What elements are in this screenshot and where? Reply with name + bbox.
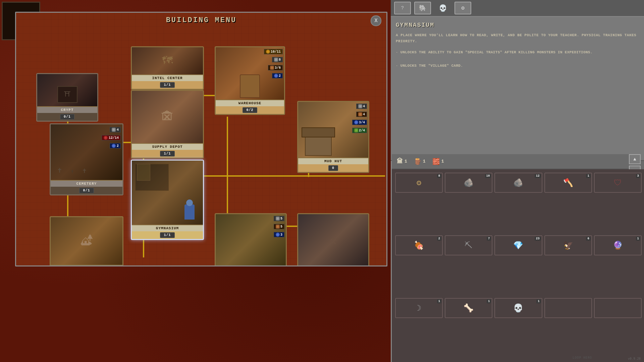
inv-slot-empty-1[interactable] [544, 298, 592, 318]
building-card-crypt[interactable]: ⛩ CRYPT 0/1 [36, 73, 98, 122]
gymnasium-label: GYMNASIUM [132, 225, 203, 231]
farm-res-stone: 5 [274, 216, 284, 221]
tile-icon: 🧱 [432, 158, 440, 165]
inv-icon-13: 💀 [513, 303, 523, 313]
inv-badge-7: 7 [487, 237, 491, 241]
res-wood: 🪵 1 [414, 158, 426, 165]
info-title: GYMNASIUM [396, 22, 639, 28]
inv-icon-7: ⛏ [465, 241, 473, 250]
mudhut-label: MUD HUT [298, 158, 368, 164]
scroll-up-button[interactable]: ▲ [629, 154, 641, 164]
refuge-image: 🏕 [51, 217, 122, 265]
warehouse-counter: 0/2 [243, 107, 257, 113]
building-card-intel[interactable]: 🗺 INTEL CENTER 1/1 [131, 46, 204, 90]
cemetery-counter: 0/1 [79, 188, 94, 193]
warehouse-res-wood: 3/6 [268, 65, 283, 70]
building-card-refuge[interactable]: 🏕 REFUGE [50, 216, 123, 266]
inv-badge-11: 1 [437, 299, 441, 303]
cemetery-res-blood: 12/14 [102, 135, 121, 140]
loop-hero-label: LOOP HERO [573, 356, 592, 359]
settings-button[interactable]: ⚙ [454, 2, 471, 14]
tile-count: 1 [441, 159, 444, 164]
building-card-cemetery[interactable]: 4 12/14 2 ✝ ✝ ✝ CEMETERY 0/1 [50, 123, 123, 195]
cemetery-res-orb: 2 [110, 143, 121, 148]
inv-slot-8[interactable]: 💎 23 [494, 235, 542, 255]
inv-icon-9: 🦅 [563, 241, 573, 250]
info-description: A PLACE WHERE YOU'LL LEARN HOW TO READ, … [396, 33, 639, 44]
wood-count: 1 [423, 159, 426, 164]
connector-gymnasium-mudhut [204, 175, 385, 177]
inv-icon-2: 🪨 [464, 178, 474, 188]
inv-badge-10: 1 [636, 237, 640, 241]
skull-icon: 💀 [434, 2, 451, 14]
inv-slot-10[interactable]: 🔮 1 [594, 235, 642, 255]
inv-slot-12[interactable]: 🦴 1 [445, 298, 492, 318]
inv-slot-13[interactable]: 💀 1 [494, 298, 542, 318]
inv-icon-3: 🪨 [513, 178, 523, 188]
building-card-smelter[interactable]: ⚒ SMELTER [297, 213, 369, 266]
resource-counts: 🏛 1 🪵 1 🧱 1 [392, 154, 633, 169]
supply-image: 🏚 [132, 91, 203, 143]
building-card-mudhut[interactable]: 4 4 3/4 2/4 MUD HUT 0 [297, 101, 369, 173]
inv-badge-13: 1 [536, 299, 541, 303]
inv-slot-11[interactable]: ☽ 1 [395, 298, 443, 318]
inv-slot-empty-2[interactable] [594, 298, 642, 318]
warehouse-res-stone: 8 [272, 57, 283, 62]
connector-gymnasium-farm [143, 237, 144, 257]
smelter-image: ⚒ [298, 214, 368, 266]
wood-icon: 🪵 [414, 158, 421, 165]
menu-title-bar: BUILDING MENU X [16, 13, 386, 28]
inv-slot-3[interactable]: 🪨 12 [494, 173, 542, 193]
building-card-gymnasium[interactable]: GYMNASIUM 1/1 [131, 160, 204, 240]
close-button[interactable]: X [371, 15, 381, 26]
mudhut-counter: 0 [328, 165, 338, 171]
info-bullet-1: · UNLOCKS THE ABILITY TO GAIN "SPECIAL T… [396, 49, 639, 56]
inv-slot-6[interactable]: 🍖 2 [395, 235, 443, 255]
farm-res-orb: 3 [274, 232, 284, 237]
elephant-button[interactable]: 🐘 [414, 2, 431, 14]
crypt-label: CRYPT [37, 106, 97, 113]
inv-slot-5[interactable]: 🛡 3 [594, 173, 642, 193]
inv-slot-9[interactable]: 🦅 6 [544, 235, 592, 255]
mudhut-image: 4 4 3/4 2/4 [298, 102, 368, 158]
building-card-supply[interactable]: 🏚 SUPPLY DEPOT 1/1 [131, 90, 204, 159]
building-count: 1 [405, 159, 407, 164]
warehouse-label: WAREHOUSE [216, 100, 284, 106]
inv-badge-8: 23 [535, 237, 541, 241]
menu-title: BUILDING MENU [166, 16, 237, 24]
warehouse-image: 10/11 8 3/6 2 [216, 47, 284, 100]
inv-slot-1[interactable]: ⚙ 8 [395, 173, 443, 193]
version-text: v0.9.28 [628, 357, 641, 360]
inv-icon-4: 🪓 [563, 178, 573, 188]
inv-slot-4[interactable]: 🪓 1 [544, 173, 592, 193]
hud-icons: ? 🐘 💀 ⚙ [391, 2, 471, 14]
inv-icon-11: ☽ [417, 303, 421, 313]
game-container: 💀 BUILDING MENU X [0, 0, 644, 362]
inv-icon-8: 💎 [513, 241, 523, 250]
building-card-warehouse[interactable]: 10/11 8 3/6 2 WAREHOUSE 0/2 [215, 46, 285, 115]
inv-icon-6: 🍖 [414, 241, 424, 250]
inv-icon-1: ⚙ [417, 178, 421, 188]
inv-badge-6: 2 [437, 237, 441, 241]
inv-badge-4: 1 [586, 174, 590, 178]
inventory-grid: ⚙ 8 🪨 10 🪨 12 🪓 1 🛡 3 🍖 2 [392, 169, 644, 362]
supply-counter: 1/1 [160, 151, 174, 157]
cemetery-label: CEMETERY [51, 180, 122, 187]
farm-image: 5 5 3 [216, 214, 286, 266]
inv-slot-2[interactable]: 🪨 10 [445, 173, 492, 193]
inv-icon-5: 🛡 [614, 178, 622, 188]
building-card-farm[interactable]: 5 5 3 FARM [215, 213, 287, 266]
intel-counter: 1/1 [160, 82, 174, 88]
inv-badge-2: 10 [485, 174, 491, 178]
building-menu: BUILDING MENU X [15, 12, 387, 266]
inv-slot-7[interactable]: ⛏ 7 [445, 235, 492, 255]
mudhut-res-stone: 4 [356, 104, 367, 109]
building-icon: 🏛 [397, 158, 403, 165]
mudhut-res-wood: 4 [356, 112, 367, 117]
mudhut-res-food: 2/4 [352, 128, 367, 133]
supply-label: SUPPLY DEPOT [132, 143, 203, 150]
crypt-counter: 0/1 [60, 114, 74, 120]
cemetery-image: 4 12/14 2 ✝ ✝ ✝ [51, 124, 122, 180]
info-bullets: · UNLOCKS THE ABILITY TO GAIN "SPECIAL T… [396, 49, 639, 69]
help-button[interactable]: ? [394, 2, 411, 14]
